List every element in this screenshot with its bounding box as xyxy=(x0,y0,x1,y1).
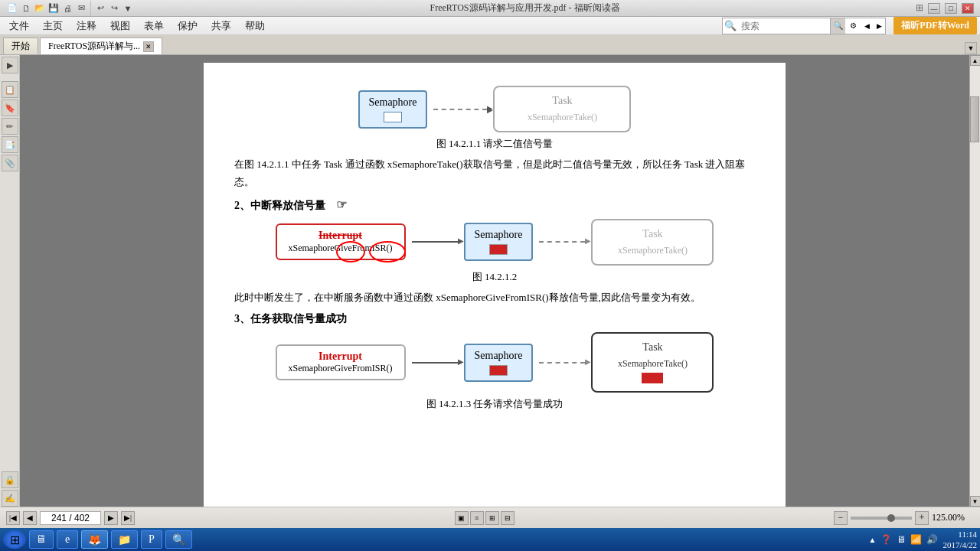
sidebar-page-btn[interactable]: 📋 xyxy=(2,81,18,98)
continuous-page-button[interactable]: ≡ xyxy=(470,511,484,525)
figure-3-diagram: Interrupt xSemaphoreGiveFromISR() ▶ Sema… xyxy=(234,332,755,393)
sidebar-expand-button[interactable]: ▶ xyxy=(2,57,18,73)
menu-annotate[interactable]: 注释 xyxy=(70,18,103,34)
menu-file[interactable]: 文件 xyxy=(3,18,35,34)
task-box-2: Task xSemaphoreTake() xyxy=(591,219,714,266)
save-icon[interactable]: 💾 xyxy=(47,2,60,15)
two-page-button[interactable]: ⊞ xyxy=(485,511,499,525)
undo-icon[interactable]: ↩ xyxy=(94,2,106,15)
search-nav-next[interactable]: ▶ xyxy=(873,20,885,32)
para1: 在图 14.2.1.1 中任务 Task 通过函数 xSemaphoreTake… xyxy=(234,155,755,191)
window-controls[interactable]: ⊞ — □ ✕ xyxy=(916,2,974,14)
func-wrapper-2: xSemaphoreGiveFromISR() xyxy=(289,243,393,254)
search-icon: 🔍 xyxy=(723,18,738,34)
maximize-button[interactable]: □ xyxy=(945,3,957,14)
interrupt-title-3: Interrupt xyxy=(286,350,395,363)
sidebar-attach-btn[interactable]: 📎 xyxy=(2,155,18,171)
red-circle-isr xyxy=(369,241,406,262)
print-icon[interactable]: 🖨 xyxy=(61,2,74,15)
last-page-button[interactable]: ▶| xyxy=(121,511,135,525)
single-page-button[interactable]: ▣ xyxy=(455,511,469,525)
tab-start-label: 开始 xyxy=(11,40,30,53)
taskbar-desktop[interactable]: 🖥 xyxy=(29,530,54,549)
search-settings-icon[interactable]: ⚙ xyxy=(845,18,861,34)
taskbar-ie[interactable]: e xyxy=(57,530,78,549)
menu-help[interactable]: 帮助 xyxy=(239,18,271,34)
task-label-1: Task xyxy=(510,95,614,107)
task-semaphore-indicator xyxy=(642,373,663,383)
zoom-in-button[interactable]: + xyxy=(915,511,929,525)
search-nav-prev[interactable]: ◀ xyxy=(861,20,873,32)
search-input[interactable] xyxy=(738,21,830,31)
email-icon[interactable]: ✉ xyxy=(75,2,87,15)
sidebar-layers-btn[interactable]: 📑 xyxy=(2,136,18,153)
search-area[interactable]: 🔍 🔍 ⚙ ◀ ▶ xyxy=(722,18,886,34)
tab-close-button[interactable]: ✕ xyxy=(143,41,154,52)
tab-start[interactable]: 开始 xyxy=(3,37,38,54)
menu-share[interactable]: 共享 xyxy=(205,18,237,34)
window-title: FreeRTOS源码详解与应用开发.pdf - 福昕阅读器 xyxy=(134,2,916,15)
page-input[interactable] xyxy=(40,511,101,525)
semaphore-label-1: Semaphore xyxy=(369,96,417,109)
tab-freertos-label: FreeRTOS源码详解与... xyxy=(48,40,140,53)
tab-freertos[interactable]: FreeRTOS源码详解与... ✕ xyxy=(40,37,162,54)
open-icon[interactable]: 📂 xyxy=(34,2,46,15)
first-page-button[interactable]: |◀ xyxy=(6,511,20,525)
grid-icon: ⊞ xyxy=(916,2,923,14)
scroll-thumb[interactable] xyxy=(970,96,979,142)
sidebar-lock-btn[interactable]: 🔒 xyxy=(2,471,18,488)
dropdown-icon[interactable]: ▼ xyxy=(122,2,134,15)
zoom-out-button[interactable]: − xyxy=(834,511,848,525)
statusbar: |◀ ◀ ▶ ▶| ▣ ≡ ⊞ ⊟ − + 125.00% xyxy=(0,507,980,528)
semaphore-box-3: Semaphore xyxy=(464,344,534,382)
semaphore-inner-2 xyxy=(489,244,508,255)
scrollbar[interactable]: ▲ ▼ xyxy=(969,55,980,507)
pdf-page: Semaphore ▶ Task xSemaphoreTake() 图 14.2… xyxy=(204,63,786,507)
taskbar-folder[interactable]: 📁 xyxy=(111,530,138,549)
ad-banner[interactable]: 福昕PDF转Word xyxy=(893,17,977,34)
start-button[interactable]: ⊞ xyxy=(3,530,26,549)
menu-view[interactable]: 视图 xyxy=(104,18,136,34)
facing-page-button[interactable]: ⊟ xyxy=(501,511,514,525)
tray-arrow[interactable]: ▲ xyxy=(868,536,876,544)
close-button[interactable]: ✕ xyxy=(962,3,974,14)
sidebar-sign-btn[interactable]: ✍ xyxy=(2,490,18,507)
interrupt-box-wrapper-2: Interrupt xSemaphoreGiveFromISR() xyxy=(276,223,406,260)
zoom-area: − + 125.00% xyxy=(834,511,974,525)
menu-home[interactable]: 主页 xyxy=(37,18,69,34)
section3-title: 3、任务获取信号量成功 xyxy=(234,312,755,326)
taskbar-browser[interactable]: 🦊 xyxy=(81,530,108,549)
sidebar-bookmark-btn[interactable]: 🔖 xyxy=(2,99,18,116)
clock-time: 11:14 xyxy=(942,529,977,540)
red-circle-give xyxy=(336,241,365,262)
menu-form[interactable]: 表单 xyxy=(138,18,170,34)
tab-dropdown-button[interactable]: ▼ xyxy=(965,42,977,54)
zoom-slider-thumb[interactable] xyxy=(887,514,895,522)
titlebar-left-icons: 📄 🗋 📂 💾 🖨 ✉ ↩ ↪ ▼ xyxy=(6,1,134,16)
scroll-track[interactable] xyxy=(970,66,980,496)
sidebar-annotate-btn[interactable]: ✏ xyxy=(2,118,18,135)
tray-monitor-icon: 🖥 xyxy=(897,534,906,546)
dashed-arrow-3: ▶ xyxy=(539,362,585,364)
scroll-up-button[interactable]: ▲ xyxy=(970,55,981,66)
interrupt-box-3: Interrupt xSemaphoreGiveFromISR() xyxy=(276,344,406,380)
figure-2-diagram: Interrupt xSemaphoreGiveFromISR() ▶ xyxy=(234,219,755,266)
semaphore-inner-3 xyxy=(489,365,508,376)
menu-protect[interactable]: 保护 xyxy=(172,18,204,34)
taskbar-search[interactable]: 🔍 xyxy=(165,530,192,549)
zoom-slider[interactable] xyxy=(851,517,912,520)
fig3-caption: 图 14.2.1.3 任务请求信号量成功 xyxy=(234,397,755,411)
semaphore-label-2: Semaphore xyxy=(475,229,523,241)
dashed-arrow-2: ▶ xyxy=(539,241,585,243)
minimize-button[interactable]: — xyxy=(928,3,940,14)
windows-logo: ⊞ xyxy=(10,533,20,547)
taskbar-ppt[interactable]: P xyxy=(141,530,162,549)
task-func-1: xSemaphoreTake() xyxy=(510,112,614,123)
arrow-1: ▶ xyxy=(433,109,487,110)
scroll-down-button[interactable]: ▼ xyxy=(970,496,981,507)
redo-icon[interactable]: ↪ xyxy=(108,2,120,15)
search-button[interactable]: 🔍 xyxy=(830,18,845,34)
new-icon[interactable]: 🗋 xyxy=(20,2,32,15)
next-page-button[interactable]: ▶ xyxy=(104,511,118,525)
prev-page-button[interactable]: ◀ xyxy=(23,511,37,525)
